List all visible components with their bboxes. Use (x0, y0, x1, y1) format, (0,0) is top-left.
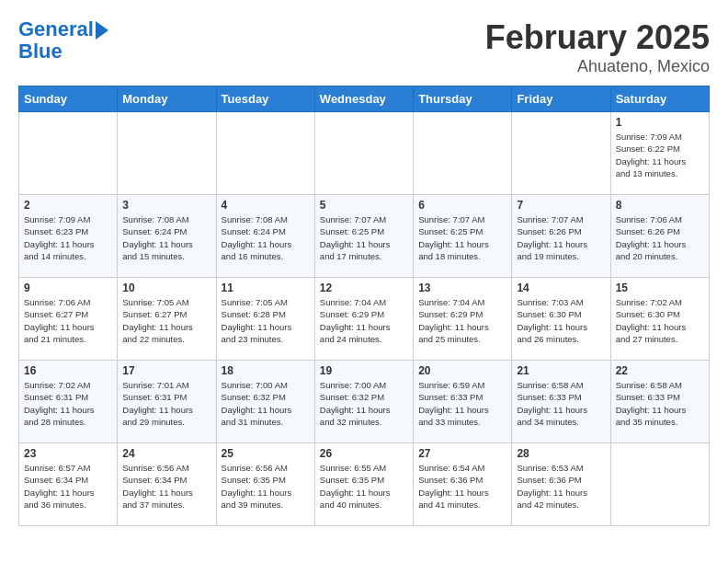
table-row: 13Sunrise: 7:04 AM Sunset: 6:29 PM Dayli… (414, 278, 512, 361)
table-row: 4Sunrise: 7:08 AM Sunset: 6:24 PM Daylig… (216, 195, 314, 278)
day-info: Sunrise: 7:02 AM Sunset: 6:31 PM Dayligh… (24, 379, 112, 428)
logo-general: General (18, 17, 94, 40)
day-number: 17 (122, 364, 210, 377)
day-number: 6 (418, 199, 506, 212)
table-row: 27Sunrise: 6:54 AM Sunset: 6:36 PM Dayli… (414, 443, 512, 526)
table-row (414, 112, 512, 195)
col-friday: Friday (512, 86, 610, 112)
day-info: Sunrise: 6:56 AM Sunset: 6:34 PM Dayligh… (122, 462, 210, 511)
table-row: 9Sunrise: 7:06 AM Sunset: 6:27 PM Daylig… (19, 278, 118, 361)
table-row: 8Sunrise: 7:06 AM Sunset: 6:26 PM Daylig… (610, 195, 709, 278)
day-number: 10 (122, 282, 210, 294)
day-info: Sunrise: 7:04 AM Sunset: 6:29 PM Dayligh… (320, 296, 408, 345)
day-info: Sunrise: 7:06 AM Sunset: 6:27 PM Dayligh… (24, 296, 112, 345)
page-subtitle: Ahuateno, Mexico (485, 57, 710, 76)
table-row: 28Sunrise: 6:53 AM Sunset: 6:36 PM Dayli… (512, 443, 610, 526)
table-row: 10Sunrise: 7:05 AM Sunset: 6:27 PM Dayli… (118, 278, 216, 361)
day-info: Sunrise: 7:03 AM Sunset: 6:30 PM Dayligh… (517, 296, 605, 345)
table-row (314, 112, 413, 195)
day-info: Sunrise: 6:55 AM Sunset: 6:35 PM Dayligh… (320, 462, 408, 511)
table-row (118, 112, 216, 195)
day-info: Sunrise: 6:58 AM Sunset: 6:33 PM Dayligh… (517, 379, 605, 428)
day-number: 9 (24, 282, 112, 294)
table-row: 20Sunrise: 6:59 AM Sunset: 6:33 PM Dayli… (414, 361, 512, 443)
day-info: Sunrise: 7:01 AM Sunset: 6:31 PM Dayligh… (122, 379, 210, 428)
day-number: 27 (418, 447, 506, 460)
table-row: 1Sunrise: 7:09 AM Sunset: 6:22 PM Daylig… (610, 112, 709, 195)
table-row: 11Sunrise: 7:05 AM Sunset: 6:28 PM Dayli… (216, 278, 314, 361)
table-row: 23Sunrise: 6:57 AM Sunset: 6:34 PM Dayli… (19, 443, 118, 526)
table-row: 6Sunrise: 7:07 AM Sunset: 6:25 PM Daylig… (414, 195, 512, 278)
day-number: 26 (320, 447, 408, 460)
table-row: 21Sunrise: 6:58 AM Sunset: 6:33 PM Dayli… (512, 361, 610, 443)
day-number: 24 (122, 447, 210, 460)
day-number: 21 (517, 364, 605, 377)
table-row: 25Sunrise: 6:56 AM Sunset: 6:35 PM Dayli… (216, 443, 314, 526)
calendar-table: Sunday Monday Tuesday Wednesday Thursday… (18, 86, 710, 526)
page-title: February 2025 (485, 18, 710, 57)
table-row: 24Sunrise: 6:56 AM Sunset: 6:34 PM Dayli… (118, 443, 216, 526)
table-row: 3Sunrise: 7:08 AM Sunset: 6:24 PM Daylig… (118, 195, 216, 278)
logo-arrow-icon (96, 21, 108, 40)
day-info: Sunrise: 7:07 AM Sunset: 6:26 PM Dayligh… (517, 213, 605, 262)
table-row: 15Sunrise: 7:02 AM Sunset: 6:30 PM Dayli… (610, 278, 709, 361)
day-info: Sunrise: 6:53 AM Sunset: 6:36 PM Dayligh… (517, 462, 605, 511)
day-info: Sunrise: 7:00 AM Sunset: 6:32 PM Dayligh… (222, 379, 310, 428)
day-number: 25 (222, 447, 310, 460)
day-info: Sunrise: 7:09 AM Sunset: 6:23 PM Dayligh… (24, 213, 112, 262)
calendar-header-row: Sunday Monday Tuesday Wednesday Thursday… (19, 86, 710, 112)
day-number: 15 (616, 282, 704, 294)
table-row: 17Sunrise: 7:01 AM Sunset: 6:31 PM Dayli… (118, 361, 216, 443)
day-info: Sunrise: 7:00 AM Sunset: 6:32 PM Dayligh… (320, 379, 408, 428)
day-number: 8 (616, 199, 704, 212)
day-number: 5 (320, 199, 408, 212)
day-number: 13 (418, 282, 506, 294)
page-header: General Blue February 2025 Ahuateno, Mex… (18, 18, 710, 76)
table-row: 5Sunrise: 7:07 AM Sunset: 6:25 PM Daylig… (314, 195, 413, 278)
day-number: 4 (222, 199, 310, 212)
day-number: 1 (616, 116, 704, 129)
table-row: 12Sunrise: 7:04 AM Sunset: 6:29 PM Dayli… (314, 278, 413, 361)
col-thursday: Thursday (414, 86, 512, 112)
day-info: Sunrise: 6:54 AM Sunset: 6:36 PM Dayligh… (418, 462, 506, 511)
table-row: 26Sunrise: 6:55 AM Sunset: 6:35 PM Dayli… (314, 443, 413, 526)
table-row (216, 112, 314, 195)
day-number: 16 (24, 364, 112, 377)
day-info: Sunrise: 6:59 AM Sunset: 6:33 PM Dayligh… (418, 379, 506, 428)
col-monday: Monday (118, 86, 216, 112)
table-row (19, 112, 118, 195)
day-info: Sunrise: 7:07 AM Sunset: 6:25 PM Dayligh… (320, 213, 408, 262)
day-number: 3 (122, 199, 210, 212)
day-info: Sunrise: 7:06 AM Sunset: 6:26 PM Dayligh… (616, 213, 704, 262)
table-row: 7Sunrise: 7:07 AM Sunset: 6:26 PM Daylig… (512, 195, 610, 278)
day-number: 7 (517, 199, 605, 212)
day-info: Sunrise: 7:09 AM Sunset: 6:22 PM Dayligh… (616, 131, 704, 179)
day-info: Sunrise: 7:05 AM Sunset: 6:28 PM Dayligh… (222, 296, 310, 345)
title-block: February 2025 Ahuateno, Mexico (485, 18, 710, 76)
table-row (512, 112, 610, 195)
day-info: Sunrise: 6:56 AM Sunset: 6:35 PM Dayligh… (222, 462, 310, 511)
day-info: Sunrise: 6:57 AM Sunset: 6:34 PM Dayligh… (24, 462, 112, 511)
table-row: 2Sunrise: 7:09 AM Sunset: 6:23 PM Daylig… (19, 195, 118, 278)
col-sunday: Sunday (19, 86, 118, 112)
logo: General Blue (18, 18, 108, 63)
day-number: 22 (616, 364, 704, 377)
day-info: Sunrise: 7:08 AM Sunset: 6:24 PM Dayligh… (122, 213, 210, 262)
day-number: 11 (222, 282, 310, 294)
day-number: 28 (517, 447, 605, 460)
table-row: 16Sunrise: 7:02 AM Sunset: 6:31 PM Dayli… (19, 361, 118, 443)
day-number: 23 (24, 447, 112, 460)
day-number: 2 (24, 199, 112, 212)
day-info: Sunrise: 7:05 AM Sunset: 6:27 PM Dayligh… (122, 296, 210, 345)
day-number: 18 (222, 364, 310, 377)
day-info: Sunrise: 7:07 AM Sunset: 6:25 PM Dayligh… (418, 213, 506, 262)
day-info: Sunrise: 7:04 AM Sunset: 6:29 PM Dayligh… (418, 296, 506, 345)
col-tuesday: Tuesday (216, 86, 314, 112)
logo-text: General (18, 18, 94, 40)
day-number: 12 (320, 282, 408, 294)
table-row: 19Sunrise: 7:00 AM Sunset: 6:32 PM Dayli… (314, 361, 413, 443)
day-info: Sunrise: 6:58 AM Sunset: 6:33 PM Dayligh… (616, 379, 704, 428)
table-row (610, 443, 709, 526)
table-row: 18Sunrise: 7:00 AM Sunset: 6:32 PM Dayli… (216, 361, 314, 443)
day-number: 14 (517, 282, 605, 294)
